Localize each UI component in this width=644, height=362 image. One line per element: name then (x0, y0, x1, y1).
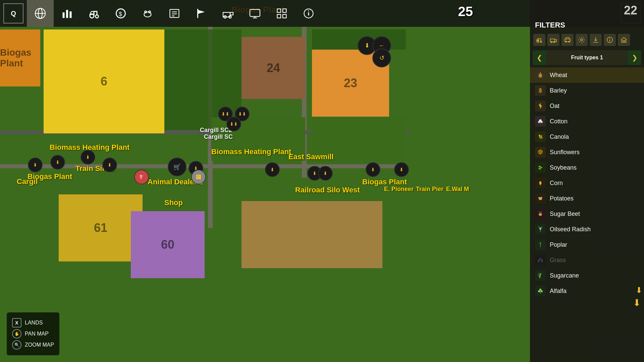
map-icon-park[interactable]: 🅿 (191, 170, 206, 184)
right-panel: 22 FILTERS ❮ Fruit types 1 ❯ (530, 0, 644, 362)
field-24[interactable]: 24 (241, 37, 305, 99)
fruit-item-potatoes[interactable]: Potatoes (530, 191, 644, 206)
svg-rect-25 (277, 14, 281, 18)
fruit-item-oilseedradish[interactable]: Oilseed Radish (530, 222, 644, 237)
svg-text:$: $ (119, 11, 122, 17)
cotton-label: Cotton (550, 118, 568, 125)
map-icon-fuel[interactable]: ⛽ (134, 170, 149, 184)
nav-money[interactable]: $ (107, 0, 134, 27)
fruit-item-sugarcane[interactable]: Sugarcane (530, 268, 644, 283)
zoom-map-control[interactable]: 🔍 ZOOM MAP (12, 340, 54, 350)
filter-download[interactable] (590, 34, 602, 46)
fruit-nav-right[interactable]: ❯ (628, 50, 641, 65)
svg-point-52 (541, 137, 542, 138)
nav-harvester[interactable] (215, 0, 241, 27)
fruit-item-barley[interactable]: Barley (530, 83, 644, 98)
corn-label: Corn (550, 180, 563, 187)
field-9[interactable]: Biogas Plant (0, 29, 40, 86)
filter-truck[interactable] (547, 34, 559, 46)
fruit-item-corn[interactable]: Corn (530, 175, 644, 191)
sunflowers-label: Sunflowers (550, 149, 580, 156)
fruit-item-soybeans[interactable]: Soybeans (530, 160, 644, 175)
harvester-icon (222, 7, 234, 19)
svg-rect-24 (283, 9, 286, 13)
map-icon-9[interactable]: ⬇ (102, 158, 117, 172)
svg-rect-23 (277, 9, 281, 13)
map-icon-5[interactable]: ↺ (372, 49, 391, 67)
fruit-item-wheat[interactable]: Wheat (530, 67, 644, 83)
potatoes-icon (535, 193, 546, 204)
filters-title: FILTERS (530, 19, 644, 31)
field-25-top: 25 (458, 4, 473, 19)
field-24-number: 24 (267, 61, 280, 75)
poplar-icon (535, 239, 546, 250)
nav-newspaper[interactable] (161, 0, 188, 27)
panel-field-number: 22 (530, 0, 644, 19)
svg-point-31 (540, 41, 542, 43)
filter-home[interactable] (618, 34, 630, 46)
nav-monitor[interactable] (241, 0, 268, 27)
oilseedradish-icon (535, 224, 546, 235)
svg-point-56 (539, 168, 540, 169)
fruit-item-grass[interactable]: Grass (530, 252, 644, 268)
filter-vehicle[interactable] (561, 34, 574, 46)
field-60[interactable]: 60 (131, 211, 205, 278)
map-icon-7[interactable]: ⬇ (50, 155, 65, 170)
nav-flag[interactable] (188, 0, 215, 27)
fruit-item-sugarbeet[interactable]: Sugar Beet (530, 206, 644, 222)
globe-icon (34, 7, 46, 19)
fruit-item-canola[interactable]: Canola (530, 129, 644, 144)
fruit-item-poplar[interactable]: Poplar (530, 237, 644, 252)
canola-icon (535, 131, 546, 142)
map-icon-11[interactable]: ⬇ (265, 162, 280, 177)
fruit-list[interactable]: Wheat Barley Oat Cotton Canola (530, 67, 644, 362)
fruit-item-oat[interactable]: Oat (530, 98, 644, 114)
map-icon-13[interactable]: ⬇ (318, 166, 333, 181)
svg-rect-26 (283, 14, 286, 18)
svg-point-55 (541, 167, 542, 168)
fruit-nav-left[interactable]: ❮ (533, 50, 546, 65)
grid-icon (276, 7, 288, 19)
newspaper-icon (168, 7, 180, 19)
oilseedradish-label: Oilseed Radish (550, 226, 591, 233)
q-key-button[interactable]: Q (3, 3, 23, 23)
filter-info[interactable] (604, 34, 616, 46)
svg-rect-4 (66, 10, 68, 18)
nav-stats[interactable] (54, 0, 80, 27)
filter-gear[interactable] (576, 34, 588, 46)
svg-point-66 (539, 289, 541, 291)
svg-point-67 (538, 290, 540, 292)
map-icon-3[interactable]: ⬇⬇ (226, 117, 241, 131)
svg-point-47 (538, 121, 540, 123)
map-icon-14[interactable]: ⬇ (366, 162, 380, 177)
map-icon-shop[interactable]: 🛒 (168, 158, 186, 176)
barley-icon (535, 85, 546, 96)
field-6[interactable]: 6 (44, 29, 164, 133)
nav-info[interactable] (295, 0, 322, 27)
nav-globe[interactable] (27, 0, 54, 27)
panel-scroll-down[interactable]: ⬇ (633, 297, 641, 308)
nav-grid[interactable] (268, 0, 295, 27)
zoom-map-label: ZOOM MAP (25, 342, 54, 348)
svg-point-50 (541, 135, 542, 137)
nav-tractor[interactable] (80, 0, 107, 27)
fruit-item-alfalfa[interactable]: Alfalfa (530, 283, 644, 299)
pan-map-control[interactable]: ✋ PAN MAP (12, 329, 54, 339)
svg-point-33 (551, 42, 552, 43)
field-61[interactable]: 61 (59, 194, 143, 261)
svg-point-48 (541, 121, 543, 123)
field-61-number: 61 (94, 221, 107, 235)
svg-point-11 (145, 11, 147, 13)
nav-animals[interactable] (134, 0, 161, 27)
lands-control[interactable]: X LANDS (12, 318, 54, 327)
fruit-item-cotton[interactable]: Cotton (530, 114, 644, 129)
map-icon-8[interactable]: ⬇ (28, 158, 43, 172)
canola-label: Canola (550, 133, 569, 140)
map-icon-6[interactable]: ⬇ (80, 150, 95, 165)
map-icon-15[interactable]: ⬇ (394, 162, 409, 177)
info-icon (303, 7, 315, 19)
sunflowers-icon (535, 147, 546, 158)
svg-point-29 (308, 10, 309, 11)
filter-tractor[interactable] (533, 34, 545, 46)
fruit-item-sunflowers[interactable]: Sunflowers (530, 144, 644, 160)
